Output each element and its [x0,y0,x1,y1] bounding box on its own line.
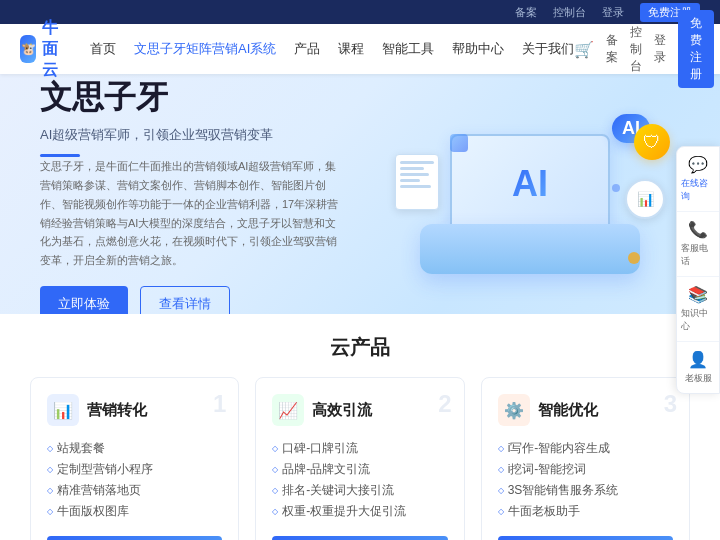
nav-link-tools[interactable]: 智能工具 [382,40,434,58]
nav-login[interactable]: 登录 [654,32,666,66]
deco-circle-2 [612,184,620,192]
hero-left: 文思子牙 AI超级营销军师，引领企业驾驭营销变革 文思子牙，是牛面仁牛面推出的营… [40,76,380,314]
hero-description: 文思子牙，是牛面仁牛面推出的营销领域AI超级营销军师，集营销策略参谋、营销文案创… [40,157,340,269]
list-item: 权重-权重提升大促引流 [272,501,447,522]
chat-icon: 💬 [688,155,708,174]
card-header-2: 📈 高效引流 [272,394,447,426]
hero-section: 文思子牙 AI超级营销军师，引领企业驾驭营销变革 文思子牙，是牛面仁牛面推出的营… [0,74,720,314]
list-item: 牛面老板助手 [498,501,673,522]
list-item: 定制型营销小程序 [47,459,222,480]
illus-shield-icon: 🛡 [634,124,670,160]
section-title: 云产品 [30,334,690,361]
toolbar-label-phone: 客服电话 [681,242,715,268]
illus-platform [420,224,640,274]
card-icon-1: 📊 [47,394,79,426]
toolbar-item-boss[interactable]: 👤 老板服 [677,342,719,393]
nav-link-product[interactable]: 产品 [294,40,320,58]
card-header-3: ⚙️ 智能优化 [498,394,673,426]
book-icon: 📚 [688,285,708,304]
hero-outline-btn[interactable]: 查看详情 [140,286,230,314]
list-item: i写作-智能内容生成 [498,438,673,459]
card-btn-1[interactable]: 了解更多 [47,536,222,540]
hero-illustration: AI AI 🛡 📊 [380,99,680,299]
card-list-2: 口碑-口牌引流 品牌-品牌文引流 排名-关键词大接引流 权重-权重提升大促引流 [272,438,447,522]
toolbar-label-knowledge: 知识中心 [681,307,715,333]
nav-link-home[interactable]: 首页 [90,40,116,58]
cloud-products-section: 云产品 1 📊 营销转化 站规套餐 定制型营销小程序 精准营销落地页 牛面版权图… [0,314,720,540]
nav-link-help[interactable]: 帮助中心 [452,40,504,58]
illus-chart-icon: 📊 [625,179,665,219]
card-number-1: 1 [213,390,226,418]
nav-console[interactable]: 控制台 [630,24,642,75]
card-title-3: 智能优化 [538,401,598,420]
product-card-1: 1 📊 营销转化 站规套餐 定制型营销小程序 精准营销落地页 牛面版权图库 了解… [30,377,239,540]
toolbar-item-knowledge[interactable]: 📚 知识中心 [677,277,719,342]
ai-text: AI [512,163,548,205]
phone-icon: 📞 [688,220,708,239]
nav-beian[interactable]: 备案 [606,32,618,66]
list-item: 口碑-口牌引流 [272,438,447,459]
navbar: 🐮 牛面云 首页 文思子牙矩阵营销AI系统 产品 课程 智能工具 帮助中心 关于… [0,24,720,74]
deco-circle-1 [628,252,640,264]
list-item: 品牌-品牌文引流 [272,459,447,480]
illus-doc [395,154,439,210]
product-card-2: 2 📈 高效引流 口碑-口牌引流 品牌-品牌文引流 排名-关键词大接引流 权重-… [255,377,464,540]
toolbar-item-chat[interactable]: 💬 在线咨询 [677,147,719,212]
nav-link-course[interactable]: 课程 [338,40,364,58]
card-list-3: i写作-智能内容生成 i挖词-智能挖词 3S智能销售服务系统 牛面老板助手 [498,438,673,522]
logo[interactable]: 🐮 牛面云 [20,18,70,81]
hero-right: AI AI 🛡 📊 [380,99,680,299]
products-grid: 1 📊 营销转化 站规套餐 定制型营销小程序 精准营销落地页 牛面版权图库 了解… [30,377,690,540]
nav-link-about[interactable]: 关于我们 [522,40,574,58]
card-number-2: 2 [438,390,451,418]
list-item: 3S智能销售服务系统 [498,480,673,501]
illus-screen: AI [450,134,610,234]
hero-title: 文思子牙 [40,76,380,120]
illustration-container: AI AI 🛡 📊 [390,104,670,294]
toolbar-label-chat: 在线咨询 [681,177,715,203]
side-toolbar: 💬 在线咨询 📞 客服电话 📚 知识中心 👤 老板服 [676,146,720,394]
deco-block-1 [450,134,468,152]
list-item: 精准营销落地页 [47,480,222,501]
hero-subtitle: AI超级营销军师，引领企业驾驭营销变革 [40,126,380,144]
list-item: 牛面版权图库 [47,501,222,522]
card-title-2: 高效引流 [312,401,372,420]
logo-icon: 🐮 [20,35,36,63]
card-title-1: 营销转化 [87,401,147,420]
card-icon-2: 📈 [272,394,304,426]
card-list-1: 站规套餐 定制型营销小程序 精准营销落地页 牛面版权图库 [47,438,222,522]
list-item: 站规套餐 [47,438,222,459]
card-btn-3[interactable]: 了解更多 [498,536,673,540]
nav-link-wensi[interactable]: 文思子牙矩阵营销AI系统 [134,40,276,58]
card-icon-3: ⚙️ [498,394,530,426]
nav-register-btn[interactable]: 免费注册 [678,10,714,88]
hero-buttons: 立即体验 查看详情 [40,286,380,314]
user-icon: 👤 [688,350,708,369]
product-card-3: 3 ⚙️ 智能优化 i写作-智能内容生成 i挖词-智能挖词 3S智能销售服务系统… [481,377,690,540]
nav-left: 🐮 牛面云 首页 文思子牙矩阵营销AI系统 产品 课程 智能工具 帮助中心 关于… [20,18,574,81]
list-item: i挖词-智能挖词 [498,459,673,480]
cart-icon[interactable]: 🛒 [574,40,594,59]
list-item: 排名-关键词大接引流 [272,480,447,501]
nav-links: 首页 文思子牙矩阵营销AI系统 产品 课程 智能工具 帮助中心 关于我们 [90,40,574,58]
card-btn-2[interactable]: 了解更多 [272,536,447,540]
logo-text: 牛面云 [42,18,70,81]
toolbar-label-boss: 老板服 [685,372,712,385]
hero-primary-btn[interactable]: 立即体验 [40,286,128,314]
card-header-1: 📊 营销转化 [47,394,222,426]
nav-right: 🛒 备案 控制台 登录 免费注册 [574,10,714,88]
toolbar-item-phone[interactable]: 📞 客服电话 [677,212,719,277]
card-number-3: 3 [664,390,677,418]
